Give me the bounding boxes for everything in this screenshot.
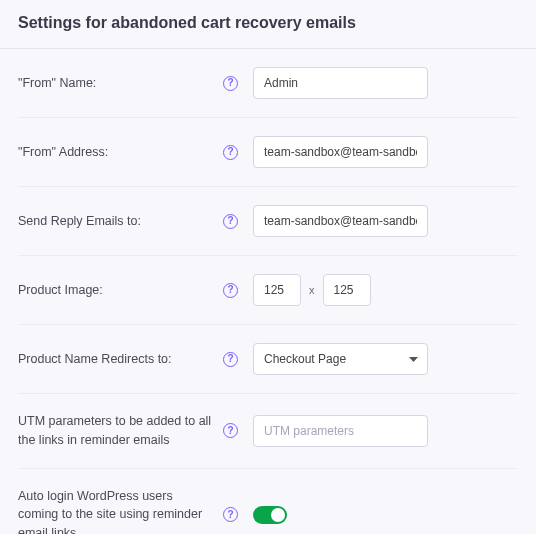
from-name-label: "From" Name:	[18, 74, 223, 93]
help-icon[interactable]: ?	[223, 214, 238, 229]
product-image-height-input[interactable]	[323, 274, 371, 306]
utm-input[interactable]	[253, 415, 428, 447]
product-redirect-label: Product Name Redirects to:	[18, 350, 223, 369]
dimension-separator: x	[309, 284, 315, 296]
product-image-width-input[interactable]	[253, 274, 301, 306]
product-image-label: Product Image:	[18, 281, 223, 300]
row-auto-login: Auto login WordPress users coming to the…	[18, 469, 518, 535]
settings-page: Settings for abandoned cart recovery ema…	[0, 0, 536, 534]
reply-to-label: Send Reply Emails to:	[18, 212, 223, 231]
from-address-label: "From" Address:	[18, 143, 223, 162]
auto-login-toggle[interactable]	[253, 506, 287, 524]
help-icon[interactable]: ?	[223, 507, 238, 522]
utm-label: UTM parameters to be added to all the li…	[18, 412, 223, 450]
row-from-name: "From" Name: ?	[18, 49, 518, 118]
settings-body: "From" Name: ? "From" Address: ? Send Re…	[0, 49, 536, 534]
row-product-redirect: Product Name Redirects to: ? Checkout Pa…	[18, 325, 518, 394]
chevron-down-icon	[409, 352, 418, 366]
from-name-input[interactable]	[253, 67, 428, 99]
from-address-input[interactable]	[253, 136, 428, 168]
auto-login-label: Auto login WordPress users coming to the…	[18, 487, 223, 535]
row-product-image: Product Image: ? x	[18, 256, 518, 325]
help-icon[interactable]: ?	[223, 145, 238, 160]
row-utm-parameters: UTM parameters to be added to all the li…	[18, 394, 518, 469]
help-icon[interactable]: ?	[223, 423, 238, 438]
help-icon[interactable]: ?	[223, 76, 238, 91]
page-title: Settings for abandoned cart recovery ema…	[18, 14, 518, 32]
toggle-knob	[271, 508, 285, 522]
help-icon[interactable]: ?	[223, 283, 238, 298]
reply-to-input[interactable]	[253, 205, 428, 237]
page-header: Settings for abandoned cart recovery ema…	[0, 0, 536, 49]
row-from-address: "From" Address: ?	[18, 118, 518, 187]
help-icon[interactable]: ?	[223, 352, 238, 367]
row-reply-to: Send Reply Emails to: ?	[18, 187, 518, 256]
product-redirect-select[interactable]: Checkout Page	[253, 343, 428, 375]
product-redirect-value: Checkout Page	[264, 352, 346, 366]
